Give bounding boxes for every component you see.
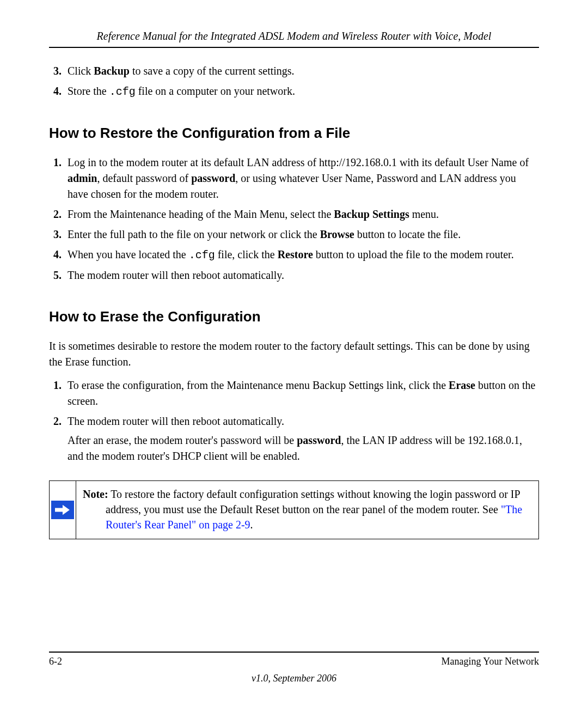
note-body-after: . xyxy=(250,519,253,531)
note-icon-cell xyxy=(50,481,76,539)
list-item: Click Backup to save a copy of the curre… xyxy=(64,63,539,79)
erase-intro: It is sometimes desirable to restore the… xyxy=(49,338,539,370)
footer-chapter: Managing Your Network xyxy=(442,656,540,667)
list-item: The modem router will then reboot automa… xyxy=(64,413,539,464)
footer-page-number: 6-2 xyxy=(49,656,62,667)
note-box: Note: To restore the factory default con… xyxy=(49,480,539,539)
list-item: From the Maintenance heading of the Main… xyxy=(64,206,539,222)
heading-restore: How to Restore the Configuration from a … xyxy=(49,125,539,142)
list-item: When you have located the .cfg file, cli… xyxy=(64,247,539,263)
erase-steps-list: To erase the configuration, from the Mai… xyxy=(49,378,539,464)
page: Reference Manual for the Integrated ADSL… xyxy=(0,0,588,706)
note-text-cell: Note: To restore the factory default con… xyxy=(76,481,539,539)
list-item: The modem router will then reboot automa… xyxy=(64,267,539,283)
restore-steps-list: Log in to the modem router at its defaul… xyxy=(49,155,539,283)
note-body-before: To restore the factory default configura… xyxy=(106,488,520,515)
list-item: Store the .cfg file on a computer on you… xyxy=(64,83,539,100)
note-label: Note: xyxy=(83,488,108,500)
list-item: Log in to the modem router at its defaul… xyxy=(64,155,539,202)
footer-rule xyxy=(49,652,539,653)
list-item-followup: After an erase, the modem router's passw… xyxy=(68,433,539,464)
list-item: Enter the full path to the file on your … xyxy=(64,227,539,242)
heading-erase: How to Erase the Configuration xyxy=(49,308,539,325)
list-item: To erase the configuration, from the Mai… xyxy=(64,378,539,409)
running-header: Reference Manual for the Integrated ADSL… xyxy=(49,30,539,42)
arrow-right-icon xyxy=(51,501,74,519)
footer-version: v1.0, September 2006 xyxy=(49,673,539,684)
page-footer: 6-2 Managing Your Network v1.0, Septembe… xyxy=(49,652,539,684)
continuation-list: Click Backup to save a copy of the curre… xyxy=(49,63,539,100)
header-rule xyxy=(49,47,539,48)
